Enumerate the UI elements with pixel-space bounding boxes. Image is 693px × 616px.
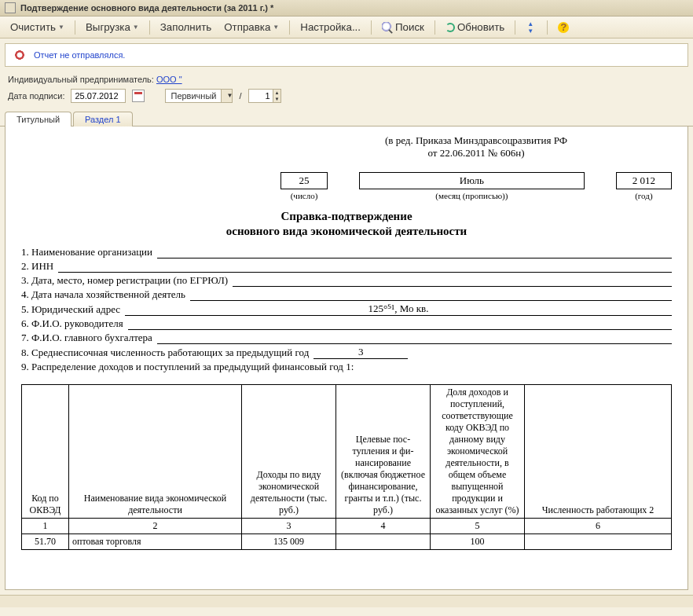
field-headcount-value: 3 [314,346,408,359]
okved-table: Код по ОКВЭД Наименование вида экономиче… [21,384,672,550]
sort-icon [526,22,537,33]
slash-label: / [239,91,241,101]
cell-okved: 51.70 [22,534,69,550]
col-income: Доходы по виду экономической деятельност… [242,385,336,519]
cell-activity: оптовая торговля [69,534,242,550]
window-title: Подтверждение основного вида деятельност… [20,3,273,13]
refresh-button[interactable]: Обновить [440,19,510,35]
refresh-icon [446,23,455,32]
day-label: (число) [280,191,328,200]
cell-funding [336,534,431,550]
day-value: 25 [280,172,328,189]
doc-title: Справка-подтверждение [21,210,672,223]
field-inn-value [58,262,672,273]
field-inn-label: 2. ИНН [21,260,58,273]
col-okved: Код по ОКВЭД [22,385,69,519]
separator [75,20,75,35]
separator [547,20,548,35]
status-icon [13,49,26,61]
spin-up-icon[interactable]: ▲ [273,90,281,96]
field-address-value: 125°⁵¹, Мо кв. [125,302,672,316]
main-toolbar: Очистить▼ Выгрузка▼ Заполнить Отправка▼ … [0,16,693,38]
report-kind-value: Первичный [166,91,221,101]
report-kind-select[interactable]: Первичный ▼ [165,89,233,103]
table-header-row: Код по ОКВЭД Наименование вида экономиче… [22,385,672,519]
field-reg-value [233,276,672,287]
window-titlebar: Подтверждение основного вида деятельност… [0,0,693,16]
col-share: Доля доходов и поступлений, соответствую… [431,385,525,519]
year-value: 2 012 [616,172,672,189]
tab-title-page[interactable]: Титульный [5,112,72,126]
field-headcount-label: 8. Среднесписочная численность работающи… [21,346,314,359]
field-start-label: 4. Дата начала хозяйственной деятель [21,288,190,301]
spin-down-icon[interactable]: ▼ [273,96,281,102]
separator [371,20,372,35]
col-activity-name: Наименование вида экономической деятельн… [69,385,242,519]
field-accountant-value [157,333,672,344]
col-funding: Целевые пос­тупления и фи­нансирование (… [336,385,431,519]
status-text: Отчет не отправлялся. [34,50,125,60]
cell-headcount [525,534,672,550]
field-org-name-value [157,248,672,258]
separator [289,20,290,35]
month-value: Июль [359,172,585,189]
year-label: (год) [616,191,672,200]
chevron-down-icon: ▼ [221,90,232,102]
tab-section1[interactable]: Раздел 1 [73,112,133,126]
separator [434,20,435,35]
sign-date-input[interactable] [71,89,126,103]
month-label: (месяц (прописью)) [359,191,585,200]
month-box: Июль (месяц (прописью)) [359,172,585,200]
separator [149,20,150,35]
app-icon [5,2,16,13]
day-box: 25 (число) [280,172,328,200]
year-box: 2 012 (год) [616,172,672,200]
settings-button[interactable]: Настройка... [295,19,366,35]
field-distribution-label: 9. Распределение доходов и поступлений з… [21,361,358,373]
revision-spinner[interactable]: ▲▼ [248,89,282,103]
field-accountant-label: 7. Ф.И.О. главного бухгалтера [21,332,157,344]
field-director-value [128,319,672,330]
help-button[interactable]: ? [552,20,574,35]
date-box-row: 25 (число) Июль (месяц (прописью)) 2 012… [280,172,672,200]
document: (в ред. Приказа Минздравсоцразвития РФ о… [21,134,672,550]
entrepreneur-link[interactable]: ООО " [156,75,182,84]
status-bar: Отчет не отправлялся. [5,43,688,67]
tab-bar: Титульный Раздел 1 [0,106,693,126]
field-director-label: 6. Ф.И.О. руководителя [21,317,128,330]
col-headcount: Численность работающих 2 [525,385,672,519]
updown-button[interactable] [520,20,542,35]
entrepreneur-label: Индивидуальный предприниматель: [8,75,154,84]
doc-subtitle: основного вида экономической деятельност… [21,225,672,238]
send-button[interactable]: Отправка▼ [218,19,284,35]
export-button[interactable]: Выгрузка▼ [80,19,145,35]
clear-button[interactable]: Очистить▼ [5,19,70,35]
table-colnum-row: 1 2 3 4 5 6 [22,519,672,534]
calendar-icon[interactable] [132,90,145,102]
regulation-ref: (в ред. Приказа Минздравсоцразвития РФ о… [280,134,672,160]
horizontal-scrollbar[interactable] [0,595,693,607]
meta-panel: Индивидуальный предприниматель: ООО " Да… [0,72,693,106]
revision-input[interactable] [249,90,273,102]
field-org-name-label: 1. Наименование организации [21,246,157,258]
cell-income: 135 009 [242,534,336,550]
separator [515,20,515,35]
search-button[interactable]: Поиск [376,19,430,35]
help-icon: ? [558,22,569,33]
field-reg-label: 3. Дата, место, номер регистрации (по ЕГ… [21,274,233,287]
fill-button[interactable]: Заполнить [155,19,217,35]
field-address-label: 5. Юридический адрес [21,303,125,316]
document-area[interactable]: (в ред. Приказа Минздравсоцразвития РФ о… [5,126,688,590]
table-row: 51.70 оптовая торговля 135 009 100 [22,534,672,550]
search-icon [382,22,393,33]
cell-share: 100 [431,534,525,550]
sign-date-label: Дата подписи: [8,91,64,101]
field-start-value [190,290,672,301]
